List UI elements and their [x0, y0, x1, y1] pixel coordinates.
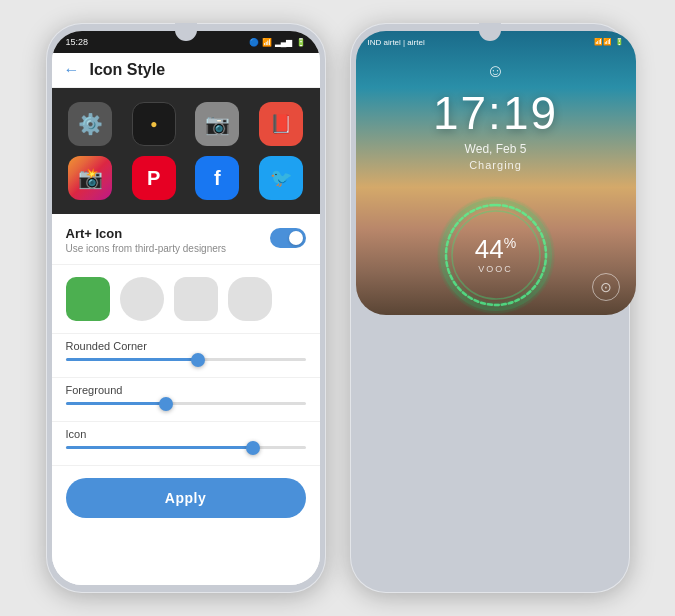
art-plus-row: Art+ Icon Use icons from third-party des…	[52, 214, 320, 265]
charge-symbol: %	[504, 235, 516, 251]
shape-circle[interactable]	[120, 277, 164, 321]
charge-percent: 44%	[475, 236, 516, 262]
foreground-fill	[66, 402, 167, 405]
book-icon[interactable]: 📕	[259, 102, 303, 146]
top-bar: ← Icon Style	[52, 53, 320, 88]
camera-icon[interactable]: 📷	[195, 102, 239, 146]
cam2-icon[interactable]: ●	[132, 102, 176, 146]
back-button[interactable]: ←	[64, 61, 80, 79]
lock-charging-label: Charging	[469, 159, 522, 171]
shape-rounded-gray[interactable]	[174, 277, 218, 321]
art-plus-sublabel: Use icons from third-party designers	[66, 243, 227, 254]
left-phone: 15:28 🔵 📶 ▂▄▆ 🔋 ← Icon Style ⚙️ ● 📷 📕 📸 …	[46, 23, 326, 593]
icon-track[interactable]	[66, 446, 306, 449]
charge-number: 44	[475, 234, 504, 264]
instagram-icon[interactable]: 📸	[68, 156, 112, 200]
lock-face-icon: ☺	[486, 61, 504, 82]
foreground-label: Foreground	[66, 384, 306, 396]
right-battery-icon: 🔋	[615, 38, 624, 46]
settings-icon[interactable]: ⚙️	[68, 102, 112, 146]
wifi-icon: ▂▄▆	[275, 38, 293, 47]
rounded-corner-track[interactable]	[66, 358, 306, 361]
apply-button-wrap: Apply	[52, 466, 320, 530]
rounded-corner-thumb[interactable]	[191, 353, 205, 367]
settings-section: Art+ Icon Use icons from third-party des…	[52, 214, 320, 585]
icon-fill	[66, 446, 253, 449]
bt-icon: 🔵	[249, 38, 259, 47]
battery-icon: 🔋	[296, 38, 306, 47]
rounded-corner-label: Rounded Corner	[66, 340, 306, 352]
charge-type: VOOC	[475, 264, 516, 274]
icon-slider-section: Icon	[52, 422, 320, 466]
lock-date: Wed, Feb 5	[465, 142, 527, 156]
carrier-text: IND airtel | airtel	[368, 38, 425, 47]
apply-button[interactable]: Apply	[66, 478, 306, 518]
smiley-icon: ☺	[486, 61, 504, 81]
shape-squircle[interactable]	[228, 277, 272, 321]
shape-rounded-green[interactable]	[66, 277, 110, 321]
lock-time: 17:19	[433, 86, 558, 140]
facebook-icon[interactable]: f	[195, 156, 239, 200]
screen-title: Icon Style	[90, 61, 166, 79]
charge-circle: 44% VOOC	[436, 195, 556, 315]
shape-selector	[52, 265, 320, 334]
right-signal-icon: 📶📶	[594, 38, 612, 46]
twitter-icon[interactable]: 🐦	[259, 156, 303, 200]
left-screen: 15:28 🔵 📶 ▂▄▆ 🔋 ← Icon Style ⚙️ ● 📷 📕 📸 …	[52, 31, 320, 585]
app-icon-grid: ⚙️ ● 📷 📕 📸 P f 🐦	[52, 88, 320, 214]
signal-icon: 📶	[262, 38, 272, 47]
art-plus-text: Art+ Icon Use icons from third-party des…	[66, 226, 227, 254]
right-status-icons: 📶📶 🔋	[594, 38, 624, 46]
right-phone: IND airtel | airtel 📶📶 🔋 ☺ 17:19 Wed, Fe…	[350, 23, 630, 593]
foreground-track[interactable]	[66, 402, 306, 405]
icon-slider-label: Icon	[66, 428, 306, 440]
rounded-corner-slider-section: Rounded Corner	[52, 334, 320, 378]
camera-icon: ⊙	[600, 279, 612, 295]
icon-thumb[interactable]	[246, 441, 260, 455]
charge-inner: 44% VOOC	[475, 236, 516, 274]
foreground-slider-section: Foreground	[52, 378, 320, 422]
art-plus-label: Art+ Icon	[66, 226, 227, 241]
foreground-thumb[interactable]	[159, 397, 173, 411]
bottom-camera-button[interactable]: ⊙	[592, 273, 620, 301]
left-time: 15:28	[66, 37, 89, 47]
right-screen: IND airtel | airtel 📶📶 🔋 ☺ 17:19 Wed, Fe…	[356, 31, 636, 315]
art-plus-toggle[interactable]	[270, 228, 306, 248]
pinterest-icon[interactable]: P	[132, 156, 176, 200]
left-status-icons: 🔵 📶 ▂▄▆ 🔋	[249, 38, 306, 47]
rounded-corner-fill	[66, 358, 198, 361]
